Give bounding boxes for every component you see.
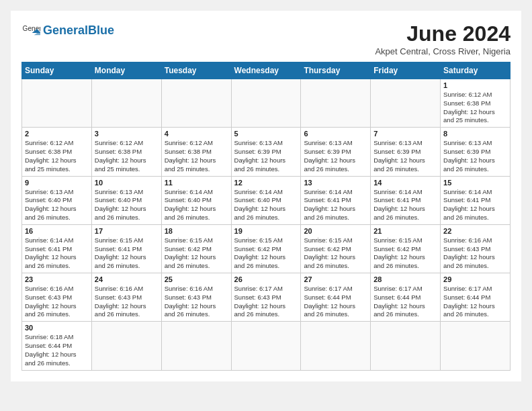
calendar-cell bbox=[91, 79, 161, 128]
day-info: Sunrise: 6:12 AM Sunset: 6:38 PM Dayligh… bbox=[25, 139, 89, 173]
day-info: Sunrise: 6:14 AM Sunset: 6:40 PM Dayligh… bbox=[234, 188, 298, 222]
day-number: 22 bbox=[443, 227, 507, 235]
day-info: Sunrise: 6:17 AM Sunset: 6:44 PM Dayligh… bbox=[443, 285, 507, 319]
day-info: Sunrise: 6:16 AM Sunset: 6:43 PM Dayligh… bbox=[165, 285, 228, 319]
day-info: Sunrise: 6:15 AM Sunset: 6:42 PM Dayligh… bbox=[234, 236, 298, 271]
day-info: Sunrise: 6:15 AM Sunset: 6:42 PM Dayligh… bbox=[304, 236, 367, 271]
calendar-page: General GeneralBlue June 2024 Akpet Cent… bbox=[11, 11, 521, 381]
day-number: 16 bbox=[25, 227, 89, 235]
day-number: 21 bbox=[373, 227, 437, 235]
calendar-cell: 12Sunrise: 6:14 AM Sunset: 6:40 PM Dayli… bbox=[231, 176, 301, 224]
calendar-cell: 23Sunrise: 6:16 AM Sunset: 6:43 PM Dayli… bbox=[22, 273, 92, 322]
day-number: 17 bbox=[95, 227, 159, 235]
calendar-cell: 1Sunrise: 6:12 AM Sunset: 6:38 PM Daylig… bbox=[441, 79, 511, 128]
day-info: Sunrise: 6:16 AM Sunset: 6:43 PM Dayligh… bbox=[25, 285, 89, 319]
calendar-cell: 29Sunrise: 6:17 AM Sunset: 6:44 PM Dayli… bbox=[441, 273, 511, 322]
day-number: 12 bbox=[234, 179, 298, 187]
title-block: June 2024 Akpet Central, Cross River, Ni… bbox=[375, 21, 511, 56]
logo-text: GeneralBlue bbox=[43, 24, 114, 38]
day-number: 10 bbox=[95, 179, 159, 187]
day-info: Sunrise: 6:13 AM Sunset: 6:39 PM Dayligh… bbox=[373, 139, 437, 173]
calendar-cell bbox=[231, 322, 301, 370]
calendar-cell: 24Sunrise: 6:16 AM Sunset: 6:43 PM Dayli… bbox=[91, 273, 161, 322]
calendar-cell bbox=[301, 322, 371, 370]
day-number: 4 bbox=[165, 130, 228, 138]
calendar-cell: 7Sunrise: 6:13 AM Sunset: 6:39 PM Daylig… bbox=[371, 128, 441, 176]
calendar-cell bbox=[22, 79, 92, 128]
calendar-cell bbox=[231, 79, 301, 128]
day-number: 15 bbox=[443, 179, 507, 187]
day-number: 29 bbox=[443, 275, 507, 283]
day-number: 23 bbox=[25, 275, 89, 283]
calendar-cell bbox=[161, 322, 231, 370]
day-number: 1 bbox=[443, 81, 507, 89]
day-number: 30 bbox=[25, 324, 89, 332]
day-number: 26 bbox=[234, 275, 298, 283]
calendar-cell: 8Sunrise: 6:13 AM Sunset: 6:39 PM Daylig… bbox=[441, 128, 511, 176]
day-info: Sunrise: 6:17 AM Sunset: 6:44 PM Dayligh… bbox=[373, 285, 437, 319]
calendar-cell: 30Sunrise: 6:18 AM Sunset: 6:44 PM Dayli… bbox=[22, 322, 92, 370]
day-info: Sunrise: 6:15 AM Sunset: 6:42 PM Dayligh… bbox=[373, 236, 437, 271]
calendar-subtitle: Akpet Central, Cross River, Nigeria bbox=[375, 46, 511, 56]
day-number: 19 bbox=[234, 227, 298, 235]
calendar-cell: 10Sunrise: 6:13 AM Sunset: 6:40 PM Dayli… bbox=[91, 176, 161, 224]
day-info: Sunrise: 6:16 AM Sunset: 6:43 PM Dayligh… bbox=[443, 236, 507, 271]
calendar-cell: 4Sunrise: 6:12 AM Sunset: 6:38 PM Daylig… bbox=[161, 128, 231, 176]
calendar-cell: 20Sunrise: 6:15 AM Sunset: 6:42 PM Dayli… bbox=[301, 224, 371, 273]
weekday-header: Wednesday bbox=[231, 62, 301, 79]
day-info: Sunrise: 6:16 AM Sunset: 6:43 PM Dayligh… bbox=[95, 285, 159, 319]
calendar-cell bbox=[301, 79, 371, 128]
calendar-cell: 11Sunrise: 6:14 AM Sunset: 6:40 PM Dayli… bbox=[161, 176, 231, 224]
day-info: Sunrise: 6:18 AM Sunset: 6:44 PM Dayligh… bbox=[25, 333, 89, 367]
calendar-cell: 22Sunrise: 6:16 AM Sunset: 6:43 PM Dayli… bbox=[441, 224, 511, 273]
calendar-cell: 17Sunrise: 6:15 AM Sunset: 6:41 PM Dayli… bbox=[91, 224, 161, 273]
header: General GeneralBlue June 2024 Akpet Cent… bbox=[21, 21, 511, 56]
calendar-cell: 3Sunrise: 6:12 AM Sunset: 6:38 PM Daylig… bbox=[91, 128, 161, 176]
calendar-cell: 19Sunrise: 6:15 AM Sunset: 6:42 PM Dayli… bbox=[231, 224, 301, 273]
calendar-week-row: 9Sunrise: 6:13 AM Sunset: 6:40 PM Daylig… bbox=[22, 176, 511, 224]
day-number: 18 bbox=[165, 227, 228, 235]
calendar-cell: 26Sunrise: 6:17 AM Sunset: 6:43 PM Dayli… bbox=[231, 273, 301, 322]
calendar-cell bbox=[371, 322, 441, 370]
day-number: 11 bbox=[165, 179, 228, 187]
calendar-cell: 2Sunrise: 6:12 AM Sunset: 6:38 PM Daylig… bbox=[22, 128, 92, 176]
day-info: Sunrise: 6:13 AM Sunset: 6:39 PM Dayligh… bbox=[234, 139, 298, 173]
day-number: 8 bbox=[443, 130, 507, 138]
calendar-cell: 14Sunrise: 6:14 AM Sunset: 6:41 PM Dayli… bbox=[371, 176, 441, 224]
day-info: Sunrise: 6:12 AM Sunset: 6:38 PM Dayligh… bbox=[165, 139, 228, 173]
day-number: 28 bbox=[373, 275, 437, 283]
weekday-header: Tuesday bbox=[161, 62, 231, 79]
day-number: 25 bbox=[165, 275, 228, 283]
day-number: 20 bbox=[304, 227, 367, 235]
day-info: Sunrise: 6:15 AM Sunset: 6:42 PM Dayligh… bbox=[165, 236, 228, 271]
weekday-header: Sunday bbox=[22, 62, 92, 79]
calendar-cell bbox=[441, 322, 511, 370]
calendar-cell bbox=[91, 322, 161, 370]
day-info: Sunrise: 6:13 AM Sunset: 6:39 PM Dayligh… bbox=[443, 139, 507, 173]
day-info: Sunrise: 6:12 AM Sunset: 6:38 PM Dayligh… bbox=[443, 91, 507, 125]
day-number: 2 bbox=[25, 130, 89, 138]
day-info: Sunrise: 6:17 AM Sunset: 6:43 PM Dayligh… bbox=[234, 285, 298, 319]
calendar-week-row: 1Sunrise: 6:12 AM Sunset: 6:38 PM Daylig… bbox=[22, 79, 511, 128]
calendar-week-row: 2Sunrise: 6:12 AM Sunset: 6:38 PM Daylig… bbox=[22, 128, 511, 176]
generalblue-logo-icon: General bbox=[21, 21, 40, 40]
calendar-cell bbox=[371, 79, 441, 128]
day-number: 3 bbox=[95, 130, 159, 138]
day-number: 14 bbox=[373, 179, 437, 187]
logo: General GeneralBlue bbox=[21, 21, 114, 40]
calendar-cell: 6Sunrise: 6:13 AM Sunset: 6:39 PM Daylig… bbox=[301, 128, 371, 176]
calendar-cell: 21Sunrise: 6:15 AM Sunset: 6:42 PM Dayli… bbox=[371, 224, 441, 273]
day-info: Sunrise: 6:12 AM Sunset: 6:38 PM Dayligh… bbox=[95, 139, 159, 173]
calendar-title: June 2024 bbox=[375, 21, 511, 46]
day-number: 27 bbox=[304, 275, 367, 283]
weekday-header: Monday bbox=[91, 62, 161, 79]
day-number: 24 bbox=[95, 275, 159, 283]
day-info: Sunrise: 6:15 AM Sunset: 6:41 PM Dayligh… bbox=[95, 236, 159, 271]
calendar-cell: 18Sunrise: 6:15 AM Sunset: 6:42 PM Dayli… bbox=[161, 224, 231, 273]
calendar-cell: 13Sunrise: 6:14 AM Sunset: 6:41 PM Dayli… bbox=[301, 176, 371, 224]
day-number: 9 bbox=[25, 179, 89, 187]
calendar-cell: 25Sunrise: 6:16 AM Sunset: 6:43 PM Dayli… bbox=[161, 273, 231, 322]
calendar-week-row: 23Sunrise: 6:16 AM Sunset: 6:43 PM Dayli… bbox=[22, 273, 511, 322]
calendar-cell: 15Sunrise: 6:14 AM Sunset: 6:41 PM Dayli… bbox=[441, 176, 511, 224]
day-info: Sunrise: 6:14 AM Sunset: 6:41 PM Dayligh… bbox=[373, 188, 437, 222]
